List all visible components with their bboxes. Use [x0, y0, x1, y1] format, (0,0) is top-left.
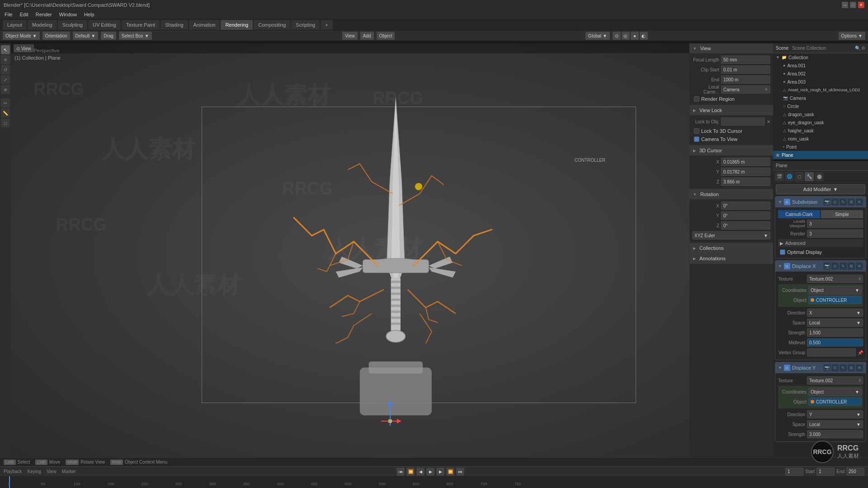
camera-to-view-checkbox[interactable]	[694, 136, 699, 142]
outliner-item-plane[interactable]: ▣ Plane	[773, 151, 868, 159]
outliner-item-eye-dragon[interactable]: △ eye_dragon_uask	[773, 118, 868, 127]
outliner-filter-icon[interactable]: 🔍	[855, 46, 860, 51]
viewport-shading-4[interactable]: ◐	[640, 32, 648, 40]
tab-shading[interactable]: Shading	[160, 20, 188, 30]
levels-viewport-value[interactable]: 3	[807, 220, 863, 228]
mod-icon-delete[interactable]: ✕	[856, 198, 863, 206]
menu-edit[interactable]: Edit	[18, 12, 30, 17]
displace-x-header[interactable]: ▼ ⊞ Displace X 📷 ⊙ ✎ ⧉ ✕	[775, 261, 866, 272]
view-lock-header[interactable]: ▶ View Lock	[689, 105, 773, 115]
object-x-value[interactable]: CONTROLLER	[808, 296, 862, 304]
tab-add[interactable]: +	[321, 20, 332, 30]
rotation-y-value[interactable]: 0°	[721, 211, 770, 220]
global-dropdown[interactable]: Global ▼	[585, 32, 610, 40]
outliner-item-nom[interactable]: △ nom_uask	[773, 135, 868, 143]
clip-start-value[interactable]: 0.01 m	[721, 66, 770, 74]
prop-icon-object[interactable]: ◻	[795, 172, 804, 181]
outliner-item-dragon[interactable]: △ dragon_uask	[773, 110, 868, 118]
options-btn[interactable]: Options ▼	[839, 32, 865, 40]
local-camera-value[interactable]: Camera ✕	[721, 85, 770, 94]
object-y-value[interactable]: CONTROLLER	[808, 398, 862, 406]
tool-move[interactable]: ✛	[1, 55, 10, 64]
advanced-header[interactable]: ▶ Advanced	[778, 239, 863, 247]
midlevel-x-value[interactable]: 0.500	[807, 338, 863, 347]
start-frame-input[interactable]: 1	[816, 468, 835, 476]
mod-icon-render[interactable]: ⊙	[831, 198, 839, 206]
dispx-icon-dup[interactable]: ⧉	[848, 263, 855, 270]
maximize-button[interactable]: □	[850, 2, 856, 8]
space-x-value[interactable]: Local ▼	[807, 319, 863, 327]
subdivision-header[interactable]: ▼ ⊞ Subdivision 📷 ⊙ ✎ ⧉ ✕	[775, 197, 866, 207]
cursor-3d-header[interactable]: ▶ 3D Cursor	[689, 145, 773, 155]
tool-rotate[interactable]: ↺	[1, 65, 10, 74]
prev-frame-btn[interactable]: ⏪	[406, 468, 415, 476]
dispy-icon-camera[interactable]: 📷	[823, 364, 830, 371]
euler-dropdown[interactable]: XYZ Euler ▼	[692, 231, 770, 239]
viewport-shading-1[interactable]: ⊙	[613, 32, 621, 40]
clip-end-value[interactable]: 1000 m	[721, 75, 770, 84]
dispx-icon-edit[interactable]: ✎	[840, 263, 847, 270]
dispy-icon-del[interactable]: ✕	[856, 364, 863, 371]
playback-label[interactable]: Playback	[4, 469, 22, 474]
prev-keyframe-btn[interactable]: ◀	[416, 468, 425, 476]
dispx-icon-camera[interactable]: 📷	[823, 263, 830, 270]
texture-x-value[interactable]: Texture.002 3	[807, 275, 863, 283]
coord-y-value[interactable]: Object ▼	[808, 388, 862, 396]
outliner-item-area002[interactable]: ● Area.002	[773, 70, 868, 78]
lock-cursor-checkbox[interactable]	[694, 128, 699, 134]
minimize-button[interactable]: ─	[842, 2, 848, 8]
dispy-icon-edit[interactable]: ✎	[840, 364, 847, 371]
viewport-canvas[interactable]: RRCG 人人素材 RRCG 人人素材 RRCG 人人素材 RRCG 人人素材 …	[11, 43, 773, 466]
view-btn[interactable]: View	[342, 32, 358, 40]
cursor-y-value[interactable]: 0.01782 m	[721, 168, 770, 176]
tool-cursor[interactable]: ↖	[1, 45, 10, 54]
direction-x-value[interactable]: X ▼	[807, 309, 863, 317]
simple-btn[interactable]: Simple	[821, 210, 863, 218]
rotation-x-value[interactable]: 0°	[721, 202, 770, 210]
viewport-shading-3[interactable]: ●	[631, 32, 639, 40]
tab-scripting[interactable]: Scripting	[291, 20, 320, 30]
jump-end-btn[interactable]: ⏭	[456, 468, 464, 476]
cursor-z-value[interactable]: 3.866 m	[721, 178, 770, 186]
dispy-icon-render[interactable]: ⊙	[831, 364, 839, 371]
vertex-group-x-value[interactable]	[807, 348, 856, 357]
texture-y-value[interactable]: Texture.002 3	[807, 376, 863, 385]
mod-icon-camera[interactable]: 📷	[823, 198, 830, 206]
select-box-dropdown[interactable]: Select Box ▼	[119, 32, 152, 40]
tab-rendering[interactable]: Rendering	[221, 20, 253, 30]
mod-icon-edit[interactable]: ✎	[840, 198, 847, 206]
tool-transform[interactable]: ⊕	[1, 85, 10, 94]
catmull-clark-btn[interactable]: Catmull-Clark	[778, 210, 820, 218]
viewport-mode-btn[interactable]: ⊙ View	[14, 44, 34, 52]
render-value[interactable]: 3	[807, 230, 863, 238]
current-frame-input[interactable]: 1	[785, 468, 803, 476]
tool-annotate[interactable]: ✏	[1, 99, 10, 108]
vertex-group-pin-icon[interactable]: 📌	[858, 350, 863, 355]
space-y-value[interactable]: Local ▼	[807, 420, 863, 428]
tab-modeling[interactable]: Modeling	[28, 20, 57, 30]
focal-length-value[interactable]: 50 mm	[721, 56, 770, 64]
strength-y-value[interactable]: 3.000	[807, 430, 863, 438]
menu-render[interactable]: Render	[34, 12, 54, 17]
object-btn[interactable]: Object	[377, 32, 395, 40]
marker-label[interactable]: Marker	[62, 469, 76, 474]
rotation-z-value[interactable]: 0°	[721, 221, 770, 230]
add-btn[interactable]: Add	[360, 32, 374, 40]
add-modifier-btn[interactable]: Add Modifier ▼	[776, 184, 865, 194]
viewport-shading-2[interactable]: ◎	[622, 32, 630, 40]
end-frame-input[interactable]: 250	[846, 468, 864, 476]
collections-header[interactable]: ▶ Collections	[689, 243, 773, 253]
outliner-item-haighe[interactable]: △ haighe_uask	[773, 127, 868, 135]
play-btn[interactable]: ▶	[426, 468, 434, 476]
lock-obj-value[interactable]	[721, 117, 765, 126]
object-mode-dropdown[interactable]: Object Mode ▼	[3, 32, 40, 40]
direction-y-value[interactable]: Y ▼	[807, 410, 863, 418]
coord-x-value[interactable]: Object ▼	[808, 286, 862, 294]
menu-file[interactable]: File	[3, 12, 14, 17]
menu-window[interactable]: Window	[57, 12, 79, 17]
outliner-item-camera[interactable]: 📷 Camera	[773, 94, 868, 102]
drag-btn[interactable]: Drag	[101, 32, 116, 40]
outliner-item-asset-rock[interactable]: △ Asset_rock_rough_M_uk3mcuva_LOD2	[773, 86, 868, 94]
render-region-checkbox[interactable]	[694, 96, 699, 102]
tab-animation[interactable]: Animation	[189, 20, 220, 30]
